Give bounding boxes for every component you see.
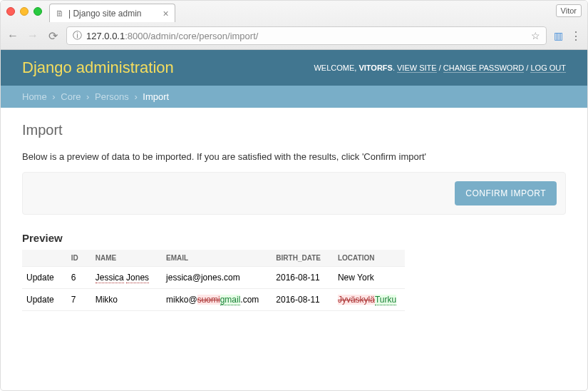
tab-title: | Django site admin bbox=[68, 9, 142, 19]
cell-email: jessica@jones.com bbox=[158, 267, 267, 289]
page-title: Import bbox=[22, 122, 566, 138]
address-bar[interactable]: ⓘ 127.0.0.1:8000/admin/core/person/impor… bbox=[66, 26, 547, 45]
cell-action: Update bbox=[22, 289, 63, 311]
minimize-window-button[interactable] bbox=[20, 7, 29, 16]
browser-menu-icon[interactable]: ⋮ bbox=[570, 29, 582, 43]
bookmark-icon[interactable]: ☆ bbox=[531, 30, 540, 41]
forward-button: → bbox=[26, 29, 39, 42]
breadcrumb-core[interactable]: Core bbox=[61, 91, 81, 102]
name-old: Jessica bbox=[96, 273, 124, 283]
breadcrumb-current: Import bbox=[143, 91, 169, 102]
cell-id: 6 bbox=[63, 267, 87, 289]
col-birthdate: BIRTH_DATE bbox=[267, 250, 329, 267]
name-new: Jones bbox=[126, 273, 149, 283]
site-brand: Django administration bbox=[22, 59, 174, 77]
cell-email: mikko@suomigmail.com bbox=[158, 289, 267, 311]
confirm-import-button[interactable]: Confirm import bbox=[455, 181, 557, 205]
close-tab-icon[interactable]: × bbox=[163, 8, 169, 19]
email-added: gmail bbox=[220, 295, 241, 305]
breadcrumb: Home › Core › Persons › Import bbox=[1, 86, 587, 108]
back-button[interactable]: ← bbox=[6, 29, 19, 42]
cell-birthdate: 2016-08-11 bbox=[267, 267, 329, 289]
location-removed: Jyväskylä bbox=[338, 295, 375, 305]
cell-birthdate: 2016-08-11 bbox=[267, 289, 329, 311]
view-site-link[interactable]: VIEW SITE bbox=[397, 64, 437, 73]
page-icon: 🗎 bbox=[56, 9, 64, 19]
site-info-icon[interactable]: ⓘ bbox=[73, 29, 82, 42]
cell-action: Update bbox=[22, 267, 63, 289]
profile-badge[interactable]: Vitor bbox=[556, 4, 582, 17]
location-added: Turku bbox=[375, 295, 396, 305]
address-bar-row: ← → ⟳ ⓘ 127.0.0.1:8000/admin/core/person… bbox=[1, 22, 587, 49]
close-window-button[interactable] bbox=[6, 7, 15, 16]
breadcrumb-home[interactable]: Home bbox=[22, 91, 47, 102]
logout-link[interactable]: LOG OUT bbox=[530, 64, 566, 73]
cell-location: JyväskyläTurku bbox=[329, 289, 405, 311]
titlebar: 🗎 | Django site admin × Vitor bbox=[1, 1, 587, 22]
email-removed: suomi bbox=[197, 295, 220, 305]
help-text: Below is a preview of data to be importe… bbox=[22, 151, 566, 162]
welcome-label: WELCOME, bbox=[314, 64, 356, 72]
col-location: LOCATION bbox=[329, 250, 405, 267]
preview-heading: Preview bbox=[22, 232, 566, 244]
username: VITORFS bbox=[359, 64, 392, 72]
breadcrumb-persons[interactable]: Persons bbox=[95, 91, 129, 102]
browser-tab[interactable]: 🗎 | Django site admin × bbox=[49, 4, 175, 22]
url-path: :8000/admin/core/person/import/ bbox=[125, 31, 258, 41]
cell-name: Mikko bbox=[87, 289, 158, 311]
table-header-row: ID NAME EMAIL BIRTH_DATE LOCATION bbox=[22, 250, 405, 267]
django-header: Django administration WELCOME, VITORFS. … bbox=[1, 50, 587, 86]
col-id: ID bbox=[63, 250, 87, 267]
url-host: 127.0.0.1 bbox=[86, 31, 125, 41]
browser-chrome: 🗎 | Django site admin × Vitor ← → ⟳ ⓘ 12… bbox=[1, 1, 587, 50]
content: Import Below is a preview of data to be … bbox=[1, 108, 587, 325]
reload-button[interactable]: ⟳ bbox=[46, 29, 59, 43]
window-controls bbox=[6, 7, 42, 16]
cell-location: New York bbox=[329, 267, 405, 289]
preview-table: ID NAME EMAIL BIRTH_DATE LOCATION Update… bbox=[22, 250, 405, 311]
cell-id: 7 bbox=[63, 289, 87, 311]
user-tools: WELCOME, VITORFS. VIEW SITE / CHANGE PAS… bbox=[314, 64, 566, 72]
extension-icon[interactable]: ▥ bbox=[554, 30, 563, 41]
cell-name: Jessica Jones bbox=[87, 267, 158, 289]
table-row: Update 6 Jessica Jones jessica@jones.com… bbox=[22, 267, 405, 289]
col-name: NAME bbox=[87, 250, 158, 267]
maximize-window-button[interactable] bbox=[33, 7, 42, 16]
change-password-link[interactable]: CHANGE PASSWORD bbox=[443, 64, 524, 73]
col-action bbox=[22, 250, 63, 267]
col-email: EMAIL bbox=[158, 250, 267, 267]
table-row: Update 7 Mikko mikko@suomigmail.com 2016… bbox=[22, 289, 405, 311]
preview-section: Preview ID NAME EMAIL BIRTH_DATE LOCATIO… bbox=[22, 232, 566, 311]
submit-row: Confirm import bbox=[22, 172, 566, 215]
